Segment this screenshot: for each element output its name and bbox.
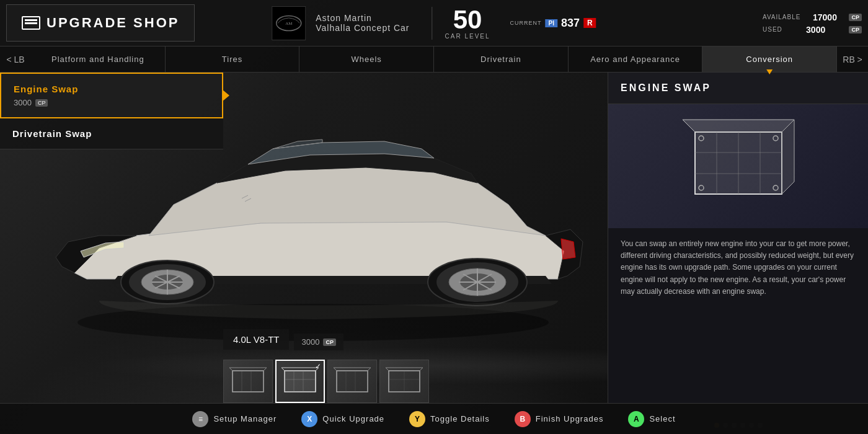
available-cp: CP xyxy=(849,14,862,21)
engine-description: You can swap an entirely new engine into… xyxy=(608,228,868,417)
svg-line-44 xyxy=(281,368,285,371)
select-label: Select xyxy=(649,414,675,423)
svg-rect-43 xyxy=(285,371,316,392)
engine-swap-cost-value: 3000 xyxy=(14,98,32,107)
drivetrain-swap-label: Drivetrain Swap xyxy=(12,128,211,139)
sidebar-item-drivetrain-swap[interactable]: Drivetrain Swap xyxy=(0,118,223,149)
tab-drivetrain[interactable]: Drivetrain xyxy=(434,46,569,72)
available-credits-row: AVAILABLE 17000 CP xyxy=(763,12,862,22)
quick-upgrade-label: Quick Upgrade xyxy=(322,414,384,423)
engine-cost-cp: CP xyxy=(323,339,336,346)
upgrade-shop-icon xyxy=(22,16,40,30)
available-value: 17000 xyxy=(813,12,837,22)
pi-block: CURRENT PI 837 R xyxy=(510,17,596,30)
svg-line-53 xyxy=(368,368,371,371)
used-cp: CP xyxy=(849,26,862,33)
engine-swap-label: Engine Swap xyxy=(14,84,210,94)
sidebar-item-engine-swap[interactable]: Engine Swap 3000 CP xyxy=(0,73,223,118)
select-action[interactable]: A Select xyxy=(628,411,675,427)
toggle-details-action[interactable]: Y Toggle Details xyxy=(409,411,490,427)
engine-swap-cost: 3000 CP xyxy=(14,98,210,107)
svg-line-36 xyxy=(229,368,232,371)
header: UPGRADE SHOP AM Aston Martin Valhalla Co… xyxy=(0,0,868,46)
thumbnail-4[interactable] xyxy=(379,360,429,403)
thumbnails-area: 4.0L V8-TT 3000 CP xyxy=(223,329,608,403)
upgrade-shop-title: UPGRADE SHOP xyxy=(46,15,179,31)
engine-swap-cp: CP xyxy=(35,99,48,107)
toggle-details-label: Toggle Details xyxy=(430,414,490,423)
pi-rating: R xyxy=(583,18,596,28)
available-label: AVAILABLE xyxy=(763,14,800,20)
car-level-block: 50 CAR LEVEL xyxy=(432,7,490,40)
car-level-number: 50 xyxy=(453,7,482,33)
tab-wheels[interactable]: Wheels xyxy=(299,46,434,72)
thumbnail-3[interactable] xyxy=(327,360,377,403)
car-make: Aston Martin xyxy=(316,13,409,23)
svg-rect-51 xyxy=(337,371,368,392)
car-model: Valhalla Concept Car xyxy=(316,23,409,33)
left-sidebar: Engine Swap 3000 CP Drivetrain Swap xyxy=(0,73,223,149)
svg-line-59 xyxy=(386,368,389,371)
engine-cost-display: 3000 CP xyxy=(294,334,343,350)
nav-right-arrow[interactable]: RB > xyxy=(837,46,868,72)
am-logo-svg: AM xyxy=(275,9,303,37)
engine-cost-value: 3000 xyxy=(301,337,319,347)
bottom-bar: ≡ Setup Manager X Quick Upgrade Y Toggle… xyxy=(0,403,868,434)
tab-aero[interactable]: Aero and Appearance xyxy=(569,46,703,72)
credits-block: AVAILABLE 17000 CP USED 3000 CP xyxy=(763,0,862,46)
thumb-svg-3 xyxy=(334,366,371,397)
engine-name-label: 4.0L V8-TT xyxy=(223,329,289,350)
pi-current-label: CURRENT xyxy=(510,20,542,26)
pi-class-badge: PI xyxy=(546,19,557,27)
thumb-svg-4 xyxy=(386,366,423,397)
select-btn: A xyxy=(628,411,644,427)
svg-rect-35 xyxy=(232,371,264,392)
svg-line-45 xyxy=(316,368,319,371)
tab-platform[interactable]: Platform and Handling xyxy=(31,46,166,72)
car-logo: AM xyxy=(272,6,306,40)
engine-illustration xyxy=(676,113,800,219)
used-label: USED xyxy=(763,26,782,33)
quick-upgrade-action[interactable]: X Quick Upgrade xyxy=(301,411,384,427)
svg-line-52 xyxy=(334,368,337,371)
setup-manager-label: Setup Manager xyxy=(213,414,277,423)
engine-thumbnails xyxy=(223,360,608,403)
svg-line-60 xyxy=(420,368,423,371)
finish-upgrades-btn: B xyxy=(515,411,531,427)
setup-manager-action[interactable]: ≡ Setup Manager xyxy=(192,411,277,427)
thumb-svg-2 xyxy=(281,366,319,397)
used-value: 3000 xyxy=(806,25,825,35)
used-credits-row: USED 3000 CP xyxy=(763,25,862,35)
svg-text:AM: AM xyxy=(285,21,293,26)
right-panel: ENGINE SWAP Y xyxy=(608,73,868,434)
thumbnail-2[interactable] xyxy=(275,360,325,403)
finish-upgrades-action[interactable]: B Finish Upgrades xyxy=(515,411,604,427)
right-panel-header: ENGINE SWAP xyxy=(608,73,868,104)
upgrade-shop-btn[interactable]: UPGRADE SHOP xyxy=(6,4,195,42)
nav-tabs: < LB Platform and Handling Tires Wheels … xyxy=(0,46,868,73)
svg-line-37 xyxy=(264,368,267,371)
tab-conversion[interactable]: Conversion xyxy=(702,46,837,72)
nav-left-arrow[interactable]: < LB xyxy=(0,46,31,72)
car-name-block: Aston Martin Valhalla Concept Car xyxy=(316,13,409,33)
toggle-details-btn: Y xyxy=(409,411,425,427)
setup-manager-btn: ≡ xyxy=(192,411,208,427)
right-panel-title: ENGINE SWAP xyxy=(621,82,856,94)
pi-value: 837 xyxy=(561,17,580,30)
car-level-label: CAR LEVEL xyxy=(445,33,490,40)
thumb-svg-1 xyxy=(229,366,267,397)
quick-upgrade-btn: X xyxy=(301,411,317,427)
tab-tires[interactable]: Tires xyxy=(166,46,300,72)
car-info: AM Aston Martin Valhalla Concept Car 50 … xyxy=(272,6,596,40)
pi-current-row: CURRENT PI 837 R xyxy=(510,17,596,30)
thumbnail-1[interactable] xyxy=(223,360,273,403)
finish-upgrades-label: Finish Upgrades xyxy=(536,414,604,423)
engine-image xyxy=(608,104,868,228)
